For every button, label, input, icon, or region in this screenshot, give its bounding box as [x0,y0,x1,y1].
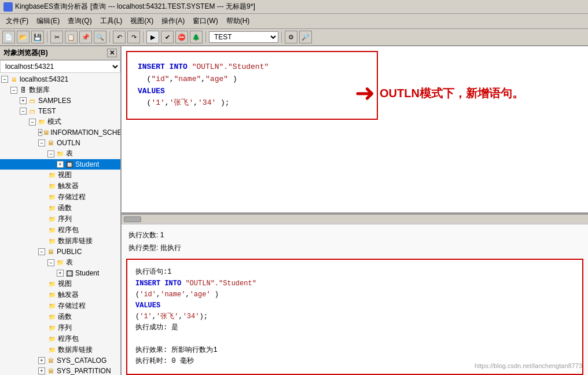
tree-node-schemas[interactable]: − 📁 模式 [0,116,120,127]
expand-outln-tables[interactable]: − [47,150,54,157]
expand-sys-partition[interactable]: + [38,367,45,374]
expand-samples[interactable]: + [20,97,27,104]
h-scroll-thumb[interactable] [124,216,141,222]
tree-node-databases[interactable]: − 🗄 数据库 [0,84,120,95]
menu-actions[interactable]: 操作(A) [158,15,188,27]
expand-outln-student[interactable]: + [57,161,64,168]
tree-node-outln-dblinks[interactable]: 📁 数据库链接 [0,236,120,247]
tree-node-public-procs[interactable]: 📁 存储过程 [0,300,120,311]
menu-window[interactable]: 窗口(W) [189,15,221,27]
expand-schemas[interactable]: − [29,119,36,126]
separator-2 [109,31,110,43]
menu-query[interactable]: 查询(Q) [64,15,95,27]
tree-node-public-pkgs[interactable]: 📁 程序包 [0,333,120,344]
tree-node-sys-partition[interactable]: + 🏛 SYS_PARTITION [0,366,120,375]
editor-sql[interactable]: INSERT INTO "OUTLN"."Student" ("id","nam… [132,57,372,114]
separator-5 [281,31,282,43]
databases-label: 数据库 [29,85,50,95]
copy-button[interactable]: 📋 [65,31,78,43]
db-selector[interactable]: TEST [209,31,278,43]
public-tables-icon: 📁 [56,258,65,267]
public-student-icon: 🔲 [65,269,74,278]
tree-node-samples[interactable]: + 🗃 SAMPLES [0,95,120,106]
undo-button[interactable]: ↶ [113,31,126,43]
tree-node-public-seqs[interactable]: 📁 序列 [0,322,120,333]
sys-catalog-label: SYS_CATALOG [57,356,106,365]
public-student-label: Student [75,269,99,277]
tree-node-outln[interactable]: − 🏛 OUTLN [0,138,120,148]
result-panel: 执行次数: 1 执行类型: 批执行 执行语句:1 INSERT INTO "OU… [122,223,588,375]
sidebar-header: 对象浏览器(B) ✕ [0,46,120,60]
open-button[interactable]: 📂 [17,31,30,43]
menu-tools[interactable]: 工具(L) [97,15,126,27]
schemas-icon: 📁 [37,117,46,127]
outln-funcs-label: 函数 [58,203,72,213]
tree-node-public[interactable]: − 🏛 PUBLIC [0,247,120,257]
test-icon: 🗃 [28,106,37,116]
tree-node-server[interactable]: − 🖥 localhost:54321 [0,74,120,84]
menu-view[interactable]: 视图(X) [127,15,157,27]
expand-server[interactable]: − [1,76,8,83]
tree-node-test[interactable]: − 🗃 TEST [0,106,120,116]
log-line-8: 执行效果: 所影响行数为1 [135,345,574,356]
outln-procs-icon: 📁 [47,193,57,202]
menu-file[interactable]: 文件(F) [2,15,32,27]
tree-node-public-funcs[interactable]: 📁 函数 [0,311,120,322]
tree-node-outln-student[interactable]: + 🔲 Student [0,159,120,170]
cut-button[interactable]: ✂ [50,31,63,43]
databases-icon: 🗄 [19,86,28,95]
tree-node-outln-procs[interactable]: 📁 存储过程 [0,192,120,203]
paste-button[interactable]: 📌 [79,31,92,43]
tree-node-outln-triggers[interactable]: 📁 触发器 [0,181,120,192]
sys-catalog-icon: 🏛 [46,356,56,365]
find-button[interactable]: 🔍 [94,31,106,43]
tree-node-public-triggers[interactable]: 📁 触发器 [0,289,120,300]
expand-info-schema[interactable]: + [38,129,42,136]
outln-views-icon: 📁 [47,171,57,180]
expand-sys-catalog[interactable]: + [38,357,45,364]
stop-btn[interactable]: ⛔ [175,31,188,43]
settings-button[interactable]: ⚙ [285,31,297,43]
h-scrollbar[interactable] [122,214,588,223]
schemas-label: 模式 [47,117,61,127]
tree-btn[interactable]: 🌲 [190,31,203,43]
outln-views-label: 视图 [58,170,72,180]
tree-node-public-dblinks[interactable]: 📁 数据库链接 [0,344,120,355]
query-editor[interactable]: INSERT INTO "OUTLN"."Student" ("id","nam… [122,46,588,214]
new-button[interactable]: 📄 [2,31,15,43]
menu-edit[interactable]: 编辑(E) [33,15,63,27]
log-line-2: INSERT INTO "OUTLN"."Student" [135,278,574,289]
public-funcs-label: 函数 [58,312,72,322]
expand-public[interactable]: − [38,248,45,255]
expand-public-student[interactable]: + [57,270,64,277]
execute-btn[interactable]: ▶ [146,31,159,43]
menu-help[interactable]: 帮助(H) [223,15,253,27]
expand-databases[interactable]: − [10,87,17,94]
tree-node-outln-funcs[interactable]: 📁 函数 [0,203,120,214]
tree-node-info-schema[interactable]: + 🏛 INFORMATION_SCHEMA [0,127,120,138]
search-button[interactable]: 🔎 [299,31,312,43]
expand-outln[interactable]: − [38,139,45,146]
public-seqs-icon: 📁 [47,323,57,333]
sidebar-close-button[interactable]: ✕ [107,49,117,57]
tree-node-outln-views[interactable]: 📁 视图 [0,170,120,181]
redo-button[interactable]: ↷ [127,31,140,43]
public-dblinks-icon: 📁 [47,345,57,355]
public-procs-label: 存储过程 [58,301,86,311]
tree-node-public-views[interactable]: 📁 视图 [0,278,120,289]
annotation-area: ➜ OUTLN模式下，新增语句。 [355,81,582,105]
expand-public-tables[interactable]: − [47,259,54,266]
public-icon: 🏛 [46,247,56,256]
save-button[interactable]: 💾 [31,31,44,43]
tree-node-outln-pkgs[interactable]: 📁 程序包 [0,225,120,236]
expand-test[interactable]: − [20,108,27,115]
public-pkgs-icon: 📁 [47,334,57,344]
tree-node-outln-seqs[interactable]: 📁 序列 [0,214,120,225]
tree-node-public-tables[interactable]: − 📁 表 [0,257,120,268]
tree-node-sys-catalog[interactable]: + 🏛 SYS_CATALOG [0,355,120,366]
tree-node-public-student[interactable]: + 🔲 Student [0,268,120,278]
tree-node-outln-tables[interactable]: − 📁 表 [0,148,120,159]
check-btn[interactable]: ✔ [161,31,174,43]
outln-procs-label: 存储过程 [58,192,86,202]
server-selector[interactable]: localhost:54321 [0,60,120,73]
